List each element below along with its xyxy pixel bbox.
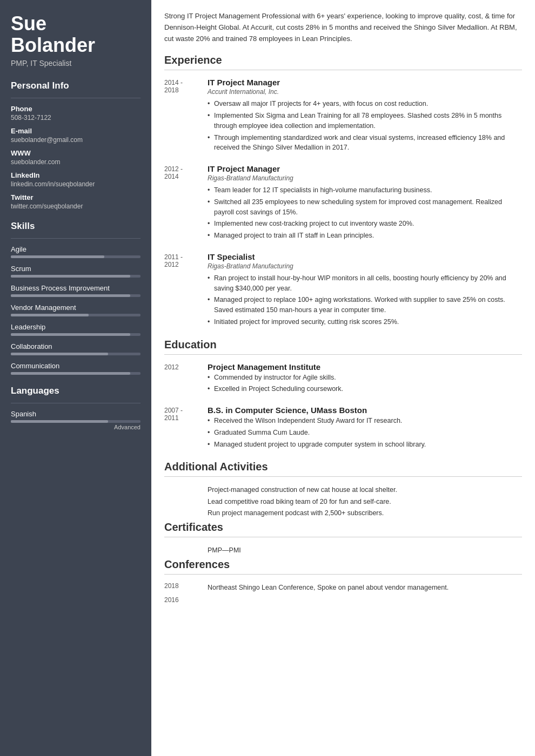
skill-item: Scrum	[11, 265, 141, 278]
skills-list: Agile Scrum Business Process Improvement…	[11, 245, 141, 375]
language-name: Spanish	[11, 410, 141, 418]
skill-bar-bg	[11, 275, 141, 278]
certificates-divider	[164, 537, 522, 537]
experience-divider	[164, 70, 522, 70]
skill-item: Vendor Management	[11, 303, 141, 316]
certificates-block: PMP—PMI	[208, 545, 522, 556]
skill-name: Leadership	[11, 323, 141, 331]
skill-name: Business Process Improvement	[11, 284, 141, 292]
skill-bar-fill	[11, 314, 89, 316]
skills-heading: Skills	[11, 221, 141, 232]
bullet: Team leader for 12 IT specialists in hig…	[208, 185, 522, 195]
activity-text: Lead competitive road biking team of 20 …	[208, 496, 522, 508]
education-entry: 2012 Project Management Institute Commen…	[164, 362, 522, 396]
twitter-value: twitter.com/sueqbolander	[11, 202, 141, 210]
language-bar-fill	[11, 420, 108, 423]
conference-date: 2016	[164, 596, 208, 604]
skill-bar-fill	[11, 333, 130, 336]
skill-item: Agile	[11, 245, 141, 258]
skill-bar-bg	[11, 333, 141, 336]
skills-divider	[11, 238, 141, 239]
skill-name: Communication	[11, 362, 141, 370]
entry-title: IT Specialist	[208, 252, 522, 261]
skill-bar-fill	[11, 372, 130, 375]
entry-content: B.S. in Computer Science, UMass Boston R…	[208, 406, 522, 451]
bullet: Initiated project for improved security,…	[208, 317, 522, 327]
experience-list: 2014 -2018 IT Project Manager Accurit In…	[164, 78, 522, 328]
activities-list: Project-managed construction of new cat …	[164, 484, 522, 519]
certificate-text: PMP—PMI	[208, 545, 522, 556]
skill-bar-bg	[11, 294, 141, 297]
linkedin-label: LinkedIn	[11, 171, 141, 179]
entry-date: 2007 -2011	[164, 406, 208, 451]
certificates-list: PMP—PMI	[164, 545, 522, 556]
skill-name: Collaboration	[11, 342, 141, 350]
bullet: Received the Wilson Independent Study Aw…	[208, 416, 522, 426]
skill-bar-fill	[11, 294, 130, 297]
languages-list: Spanish Advanced	[11, 410, 141, 430]
linkedin-value: linkedin.com/in/sueqbolander	[11, 180, 141, 188]
skill-bar-fill	[11, 353, 108, 355]
entry-content: IT Specialist Rigas-Bratland Manufacturi…	[208, 252, 522, 329]
skill-name: Vendor Management	[11, 303, 141, 312]
conference-entry: 2018 Northeast Shingo Lean Conference, S…	[164, 582, 522, 593]
personal-info-divider	[11, 98, 141, 98]
conference-text	[208, 596, 522, 604]
summary: Strong IT Project Management Professiona…	[164, 11, 522, 44]
entry-subtitle: Rigas-Bratland Manufacturing	[208, 174, 522, 182]
skill-item: Business Process Improvement	[11, 284, 141, 297]
entry-date: 2014 -2018	[164, 78, 208, 154]
entry-date: 2012 -2014	[164, 164, 208, 242]
phone-label: Phone	[11, 105, 141, 113]
bullet: Implemented new cost-tracking project to…	[208, 219, 522, 229]
www-label: WWW	[11, 149, 141, 157]
skill-item: Leadership	[11, 323, 141, 336]
conferences-list: 2018 Northeast Shingo Lean Conference, S…	[164, 582, 522, 604]
job-title: PMP, IT Specialist	[11, 59, 141, 68]
entry-content: IT Project Manager Accurit International…	[208, 78, 522, 154]
name: Sue Bolander	[11, 13, 141, 56]
main-content: Strong IT Project Management Professiona…	[151, 0, 535, 756]
experience-entry: 2012 -2014 IT Project Manager Rigas-Brat…	[164, 164, 522, 242]
email-label: E-mail	[11, 127, 141, 135]
phone-value: 508-312-7122	[11, 114, 141, 122]
activities-heading: Additional Activities	[164, 461, 522, 473]
skill-bar-bg	[11, 314, 141, 316]
education-entry: 2007 -2011 B.S. in Computer Science, UMa…	[164, 406, 522, 451]
entry-bullets: Received the Wilson Independent Study Aw…	[208, 416, 522, 449]
conference-entry: 2016	[164, 596, 522, 604]
bullet: Graduated Summa Cum Laude.	[208, 428, 522, 438]
personal-info-heading: Personal Info	[11, 80, 141, 91]
entry-date: 2012	[164, 362, 208, 396]
twitter-label: Twitter	[11, 193, 141, 201]
activities-divider	[164, 476, 522, 477]
bullet: Switched all 235 employees to new schedu…	[208, 197, 522, 218]
language-item: Spanish Advanced	[11, 410, 141, 430]
conference-date: 2018	[164, 582, 208, 593]
skill-item: Collaboration	[11, 342, 141, 355]
skill-bar-bg	[11, 372, 141, 375]
entry-content: IT Project Manager Rigas-Bratland Manufa…	[208, 164, 522, 242]
entry-bullets: Ran project to install hour-by-hour WIP …	[208, 273, 522, 327]
bullet: Ran project to install hour-by-hour WIP …	[208, 273, 522, 294]
bullet: Oversaw all major IT projects for 4+ yea…	[208, 99, 522, 109]
entry-subtitle: Rigas-Bratland Manufacturing	[208, 262, 522, 270]
experience-entry: 2014 -2018 IT Project Manager Accurit In…	[164, 78, 522, 154]
entry-bullets: Team leader for 12 IT specialists in hig…	[208, 185, 522, 241]
bullet: Excelled in Project Scheduling coursewor…	[208, 384, 522, 394]
languages-divider	[11, 403, 141, 403]
language-level: Advanced	[11, 424, 141, 430]
bullet: Managed project to train all IT staff in…	[208, 231, 522, 241]
activity-text: Run project management podcast with 2,50…	[208, 508, 522, 519]
activity-text: Project-managed construction of new cat …	[208, 484, 522, 496]
certificates-heading: Certificates	[164, 521, 522, 534]
conferences-divider	[164, 574, 522, 575]
bullet: Managed project to replace 100+ aging wo…	[208, 295, 522, 315]
conferences-heading: Conferences	[164, 558, 522, 571]
conference-text: Northeast Shingo Lean Conference, Spoke …	[208, 582, 522, 593]
language-bar-bg	[11, 420, 141, 423]
entry-bullets: Oversaw all major IT projects for 4+ yea…	[208, 99, 522, 153]
entry-title: IT Project Manager	[208, 78, 522, 87]
skill-name: Agile	[11, 245, 141, 253]
www-value: suebolander.com	[11, 158, 141, 166]
